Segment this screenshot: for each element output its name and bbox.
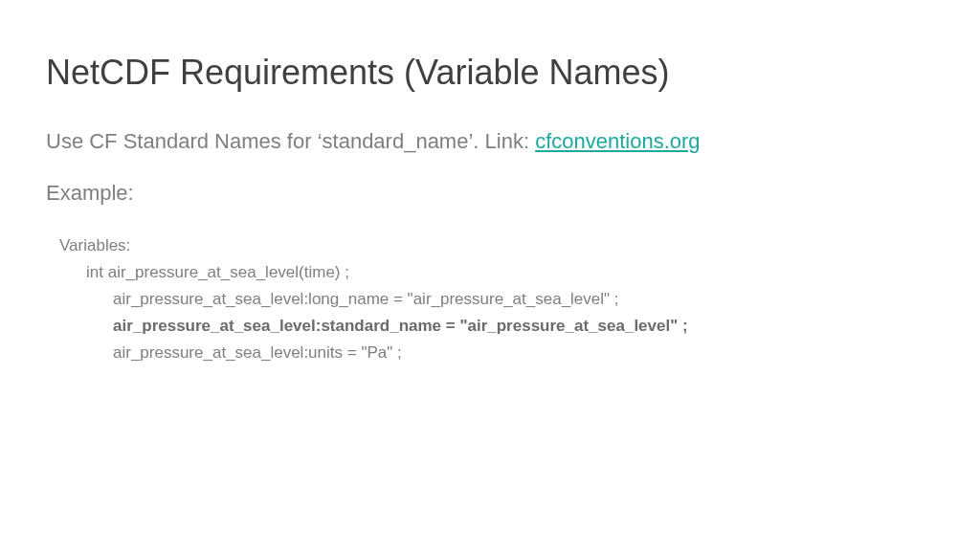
example-label: Example:: [46, 181, 934, 206]
code-line-variables: Variables:: [59, 232, 934, 259]
subtitle-text: Use CF Standard Names for ‘standard_name…: [46, 129, 535, 153]
code-block: Variables: int air_pressure_at_sea_level…: [46, 232, 934, 366]
code-line-units: air_pressure_at_sea_level:units = "Pa" ;: [59, 340, 934, 366]
code-line-declaration: int air_pressure_at_sea_level(time) ;: [59, 259, 934, 286]
slide-title: NetCDF Requirements (Variable Names): [46, 53, 934, 93]
cfconventions-link[interactable]: cfconventions.org: [535, 129, 700, 153]
code-line-longname: air_pressure_at_sea_level:long_name = "a…: [59, 286, 934, 313]
subtitle: Use CF Standard Names for ‘standard_name…: [46, 129, 934, 154]
code-line-standardname: air_pressure_at_sea_level:standard_name …: [59, 313, 934, 340]
